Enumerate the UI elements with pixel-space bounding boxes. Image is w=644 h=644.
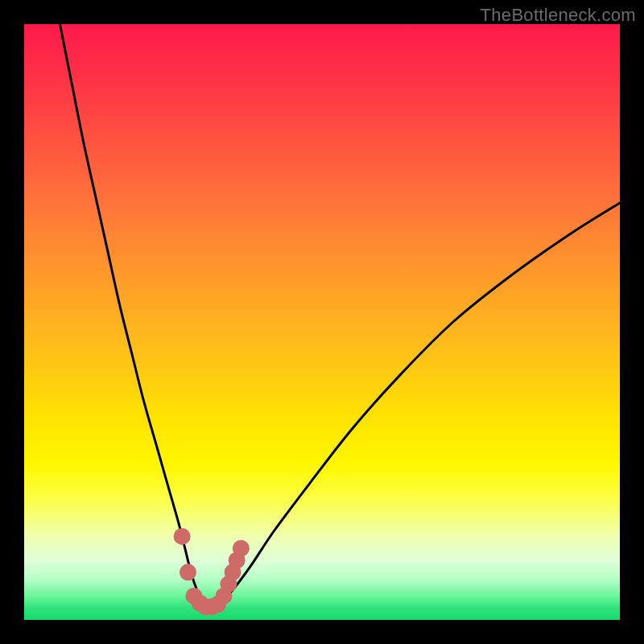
bottleneck-curve — [60, 24, 620, 609]
chart-frame: TheBottleneck.com — [0, 0, 644, 644]
plot-area — [24, 24, 620, 620]
bottleneck-curve-path — [60, 24, 620, 609]
marker-left-lower — [180, 564, 196, 580]
marker-group — [174, 528, 250, 615]
watermark-text: TheBottleneck.com — [481, 5, 636, 26]
marker-left-upper — [174, 528, 191, 545]
curve-layer — [24, 24, 620, 620]
marker-right-5 — [233, 540, 250, 557]
